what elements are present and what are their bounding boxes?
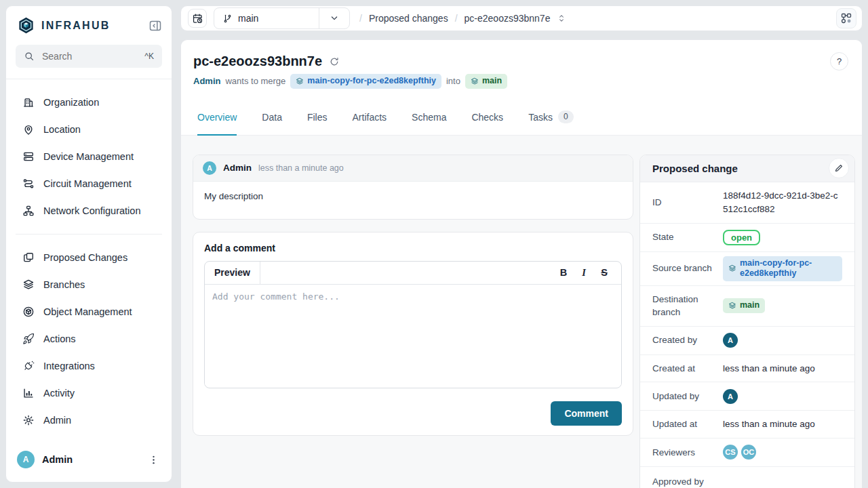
user-name: Admin (42, 454, 73, 465)
sidebar-item-integrations[interactable]: Integrations (14, 352, 163, 380)
reviewer-avatar: OC (741, 445, 756, 460)
sidebar-item-circuit-management[interactable]: Circuit Management (14, 170, 163, 197)
updated-by-avatar: A (723, 389, 738, 404)
breadcrumb-current[interactable]: pc-e2eoozs93bnn7e (465, 13, 551, 24)
tab-label: Files (307, 112, 328, 123)
panel-row-created-at: Created at less than a minute ago (640, 355, 854, 383)
source-branch-name: main-copy-for-pc-e2ed8kepfthiy (307, 76, 436, 87)
sidebar-item-label: Proposed Changes (43, 252, 127, 263)
comment-avatar: A (203, 161, 216, 175)
tab-tasks[interactable]: Tasks 0 (528, 100, 573, 136)
panel-row-updated-by: Updated by A (640, 382, 854, 411)
brand-name: INFRAHUB (41, 20, 110, 32)
map-pin-icon (22, 123, 35, 136)
preview-tab[interactable]: Preview (205, 262, 260, 284)
search-input[interactable] (41, 50, 138, 62)
panel-collapse-icon (149, 19, 162, 33)
sidebar-item-actions[interactable]: Actions (14, 325, 163, 352)
strikethrough-button[interactable]: S (595, 267, 613, 278)
target-branch-name: main (482, 76, 502, 87)
layers-icon (728, 264, 736, 272)
comment-author: Admin (223, 163, 252, 173)
sidebar-item-organization[interactable]: Organization (14, 89, 163, 116)
breadcrumb: / Proposed changes / pc-e2eoozs93bnn7e (359, 13, 566, 24)
target-branch-badge[interactable]: main (465, 74, 507, 89)
sidebar-item-location[interactable]: Location (14, 116, 163, 143)
breadcrumb-proposed-changes[interactable]: Proposed changes (369, 13, 448, 24)
sidebar-item-device-management[interactable]: Device Management (14, 143, 163, 170)
chevrons-up-down-icon[interactable] (557, 14, 566, 23)
row-label: Updated by (652, 383, 723, 410)
source-branch-badge[interactable]: main-copy-for-pc-e2ed8kepfthiy (723, 256, 842, 281)
sidebar-collapse-button[interactable] (149, 19, 162, 33)
search-input-box[interactable]: ^K (16, 45, 162, 68)
branch-selector[interactable]: main (214, 7, 350, 29)
tab-data[interactable]: Data (262, 100, 282, 136)
row-label: ID (652, 189, 723, 216)
tab-overview[interactable]: Overview (197, 100, 237, 136)
sidebar-item-branches[interactable]: Branches (14, 271, 163, 298)
tab-checks[interactable]: Checks (471, 100, 503, 136)
italic-button[interactable]: I (575, 267, 593, 279)
created-at-value: less than a minute ago (723, 362, 842, 375)
nav-divider (16, 234, 162, 235)
page-header: pc-e2eoozs93bnn7e ? Admin wants to merge… (181, 40, 862, 89)
tasks-count-badge: 0 (558, 110, 574, 123)
sidebar-item-label: Integrations (43, 361, 95, 371)
row-label: Updated at (652, 411, 723, 438)
time-travel-button[interactable] (188, 9, 207, 28)
bold-button[interactable]: B (555, 267, 572, 278)
edit-button[interactable] (829, 158, 849, 178)
into-text: into (446, 76, 460, 86)
tab-label: Artifacts (353, 112, 387, 123)
workflow-button[interactable] (836, 8, 856, 28)
updated-at-value: less than a minute ago (723, 418, 842, 431)
sidebar-nav: Organization Location Device Management … (6, 79, 172, 434)
sidebar-item-admin[interactable]: Admin (14, 407, 163, 434)
comment-editor: Preview B I S (204, 261, 622, 388)
server-icon (22, 150, 35, 163)
main-panel: pc-e2eoozs93bnn7e ? Admin wants to merge… (180, 39, 863, 488)
layers-icon (728, 302, 736, 310)
row-label: Created by (652, 327, 723, 354)
comment-submit-button[interactable]: Comment (551, 401, 622, 426)
refresh-button[interactable] (329, 56, 340, 67)
layers-icon (22, 279, 35, 291)
gear-icon (22, 414, 35, 426)
route-icon (22, 178, 35, 190)
panel-row-created-by: Created by A (640, 327, 854, 355)
search-icon (24, 51, 35, 62)
tab-schema[interactable]: Schema (412, 100, 446, 136)
sidebar-item-object-management[interactable]: Object Management (14, 298, 163, 325)
layers-icon (471, 77, 479, 85)
tab-label: Schema (412, 112, 446, 123)
panel-title: Proposed change (652, 163, 738, 174)
source-branch-badge[interactable]: main-copy-for-pc-e2ed8kepfthiy (290, 74, 441, 89)
tab-files[interactable]: Files (307, 100, 328, 136)
comment-textarea[interactable] (205, 285, 621, 385)
workflow-icon (840, 12, 852, 24)
tab-label: Tasks (528, 112, 553, 123)
help-button[interactable]: ? (830, 52, 848, 70)
branch-selector-toggle[interactable] (319, 8, 349, 28)
breadcrumb-separator: / (455, 13, 458, 24)
tab-label: Checks (471, 112, 503, 123)
comment-header: A Admin less than a minute ago (193, 155, 633, 182)
panel-row-source-branch: Source branch main-copy-for-pc-e2ed8kepf… (640, 252, 854, 286)
row-label: Created at (652, 355, 723, 382)
destination-branch-badge[interactable]: main (723, 298, 765, 313)
sidebar-item-proposed-changes[interactable]: Proposed Changes (14, 244, 163, 271)
merge-text: wants to merge (225, 76, 285, 86)
page-title: pc-e2eoozs93bnn7e (193, 54, 322, 69)
layers-icon (296, 77, 304, 85)
sidebar-item-network-configuration[interactable]: Network Configuration (14, 197, 163, 224)
branch-name: main (238, 13, 258, 24)
user-menu-button[interactable] (146, 453, 161, 467)
panel-row-approved-by: Approved by (640, 467, 854, 488)
proposed-change-panel: Proposed change ID 188f4d12-9dcc-921d-3b… (639, 155, 855, 488)
infrahub-logo-icon (17, 16, 35, 35)
sidebar-user-row: A Admin (6, 443, 172, 482)
sidebar-item-activity[interactable]: Activity (14, 380, 163, 407)
sidebar-item-label: Network Configuration (43, 205, 140, 216)
tab-artifacts[interactable]: Artifacts (353, 100, 387, 136)
